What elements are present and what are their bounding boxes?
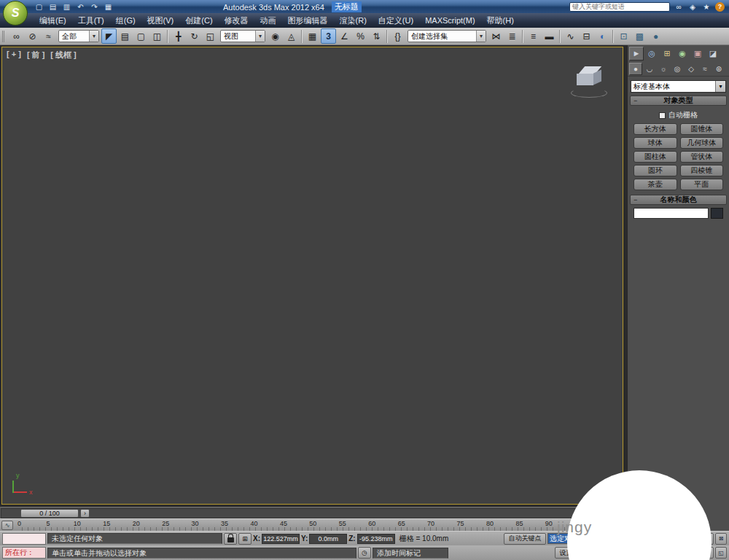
percent-snap-icon[interactable]: % xyxy=(353,28,368,44)
mirror-icon[interactable]: ⋈ xyxy=(488,28,504,44)
select-by-name-icon[interactable]: ▤ xyxy=(117,28,133,44)
select-and-scale-icon[interactable]: ◱ xyxy=(203,28,218,44)
y-coordinate-field[interactable]: 0.0mm xyxy=(309,534,347,544)
unlink-selection-icon[interactable]: ⊘ xyxy=(25,28,40,44)
menu-item[interactable]: 创建(C) xyxy=(179,13,218,28)
menu-item[interactable]: 视图(V) xyxy=(141,13,180,28)
render-production-icon[interactable]: ● xyxy=(648,28,663,44)
communication-center-icon[interactable]: ◈ xyxy=(687,1,698,12)
autogrid-checkbox[interactable] xyxy=(659,112,666,119)
viewport-pov-menu[interactable]: [ 前 ] xyxy=(27,50,44,61)
help-icon[interactable]: ? xyxy=(715,2,725,12)
primitive-category-dropdown[interactable]: 标准基本体 ▾ xyxy=(631,80,726,93)
open-file-icon[interactable]: ▤ xyxy=(47,1,58,12)
viewcube[interactable] xyxy=(570,66,609,100)
chevron-down-icon[interactable]: ▾ xyxy=(715,81,725,92)
window-crossing-icon[interactable]: ◫ xyxy=(149,28,165,44)
bind-to-space-warp-icon[interactable]: ≈ xyxy=(41,28,56,44)
undo-icon[interactable]: ↶ xyxy=(75,1,86,12)
select-and-rotate-icon[interactable]: ↻ xyxy=(187,28,202,44)
selection-lock-toggle[interactable] xyxy=(224,533,237,545)
auto-key-button[interactable]: 自动关键点 xyxy=(504,533,546,545)
angle-snap-icon[interactable]: ∠ xyxy=(337,28,352,44)
primitive-button[interactable]: 圆柱体 xyxy=(634,151,677,163)
named-selection-sets-dropdown[interactable]: 创建选择集 ▾ xyxy=(408,30,486,42)
menu-item[interactable]: 动画 xyxy=(254,13,282,28)
time-tag-clock-button[interactable]: ◷ xyxy=(358,547,371,559)
viewcube-front-face[interactable] xyxy=(577,74,593,85)
menu-item[interactable]: 编辑(E) xyxy=(34,13,72,28)
viewcube-compass-ring[interactable] xyxy=(571,88,607,98)
tab-hierarchy-icon[interactable]: ⊞ xyxy=(660,47,674,61)
select-object-icon[interactable]: ◤ xyxy=(101,28,117,44)
selection-filter-dropdown[interactable]: 全部 ▾ xyxy=(58,30,99,42)
search-icon[interactable]: ∞ xyxy=(674,1,684,12)
edit-named-selection-sets-icon[interactable]: {} xyxy=(390,28,405,44)
tab-display-icon[interactable]: ▣ xyxy=(690,47,705,61)
add-time-tag-field[interactable]: 添加时间标记 xyxy=(373,548,448,559)
time-slider-handle[interactable]: 0 / 100 xyxy=(20,509,79,518)
primitive-button[interactable]: 四棱锥 xyxy=(680,165,724,176)
primitive-button[interactable]: 圆锥体 xyxy=(680,123,724,135)
subtab-systems-icon[interactable]: ⊛ xyxy=(712,63,725,75)
object-name-input[interactable] xyxy=(634,208,709,219)
primitive-button[interactable]: 球体 xyxy=(634,137,677,149)
mini-curve-editor-button[interactable]: ∿ xyxy=(1,521,13,530)
tab-create-icon[interactable]: ► xyxy=(629,47,644,61)
keyboard-shortcut-override-icon[interactable]: ▦ xyxy=(305,28,320,44)
schematic-view-icon[interactable]: ⊟ xyxy=(579,28,594,44)
primitive-button[interactable]: 长方体 xyxy=(634,123,677,135)
layer-manager-icon[interactable]: ≡ xyxy=(526,28,541,44)
primitive-button[interactable]: 圆环 xyxy=(634,165,677,176)
maxscript-macro-recorder-pane[interactable] xyxy=(2,533,46,545)
menu-item[interactable]: 修改器 xyxy=(219,13,254,28)
subtab-space-warps-icon[interactable]: ≈ xyxy=(698,63,712,75)
save-file-icon[interactable]: ▥ xyxy=(61,1,72,12)
align-icon[interactable]: ≣ xyxy=(504,28,520,44)
primitive-button[interactable]: 管状体 xyxy=(680,151,724,163)
menu-item[interactable]: 渲染(R) xyxy=(334,13,373,28)
rendered-frame-window-icon[interactable]: ▩ xyxy=(632,28,647,44)
primitive-button[interactable]: 几何球体 xyxy=(680,137,724,149)
time-slider-next-button[interactable]: › xyxy=(80,509,90,518)
time-slider-track[interactable] xyxy=(1,508,625,518)
subtab-shapes-icon[interactable]: ◡ xyxy=(643,63,656,75)
subtab-cameras-icon[interactable]: ◎ xyxy=(671,63,684,75)
viewport-general-menu[interactable]: [ + ] xyxy=(7,50,21,61)
tab-utilities-icon[interactable]: ◪ xyxy=(706,47,720,61)
toolbar-grip[interactable] xyxy=(2,31,6,42)
x-coordinate-field[interactable]: 122.527mm xyxy=(262,534,300,544)
reference-coordinate-dropdown[interactable]: 视图 ▾ xyxy=(220,30,265,42)
application-menu-button[interactable]: S xyxy=(3,1,28,26)
subtab-geometry-icon[interactable]: ● xyxy=(629,63,642,75)
infocenter-search-input[interactable] xyxy=(569,2,670,12)
chevron-down-icon[interactable]: ▾ xyxy=(476,31,486,42)
select-and-link-icon[interactable]: ∞ xyxy=(9,28,24,44)
viewport-shading-menu[interactable]: [ 线框 ] xyxy=(50,50,76,61)
graphite-ribbon-toggle-icon[interactable]: ▬ xyxy=(542,28,557,44)
menu-item[interactable]: 图形编辑器 xyxy=(282,13,334,28)
curve-editor-icon[interactable]: ∿ xyxy=(563,28,578,44)
redo-icon[interactable]: ↷ xyxy=(89,1,100,12)
use-pivot-point-center-icon[interactable]: ◉ xyxy=(268,28,283,44)
object-color-swatch[interactable] xyxy=(711,208,723,219)
menu-item[interactable]: 工具(T) xyxy=(72,13,110,28)
absolute-mode-toggle[interactable]: ⊞ xyxy=(238,533,252,545)
rectangular-selection-region-icon[interactable]: ▢ xyxy=(133,28,149,44)
chevron-down-icon[interactable]: ▾ xyxy=(255,31,265,42)
select-and-move-icon[interactable]: ╋ xyxy=(171,28,186,44)
maxscript-mini-listener-pane[interactable]: 所在行： xyxy=(2,547,46,559)
tab-modify-icon[interactable]: ◎ xyxy=(644,47,659,61)
select-and-manipulate-icon[interactable]: ◬ xyxy=(284,28,299,44)
snap-toggle-3d-icon[interactable]: 3 xyxy=(321,28,336,44)
menu-item[interactable]: MAXScript(M) xyxy=(419,13,480,28)
menu-item[interactable]: 自定义(U) xyxy=(373,13,419,28)
subtab-helpers-icon[interactable]: ◇ xyxy=(685,63,698,75)
name-color-rollout-header[interactable]: − 名称和颜色 xyxy=(630,195,727,205)
maximize-viewport-toggle-icon[interactable]: ◱ xyxy=(715,547,727,559)
zoom-extents-all-icon[interactable]: ⊠ xyxy=(715,533,727,545)
render-setup-icon[interactable]: ⊡ xyxy=(616,28,631,44)
favorites-icon[interactable]: ★ xyxy=(701,1,712,12)
menu-item[interactable]: 组(G) xyxy=(110,13,141,28)
object-type-rollout-header[interactable]: − 对象类型 xyxy=(630,96,727,106)
